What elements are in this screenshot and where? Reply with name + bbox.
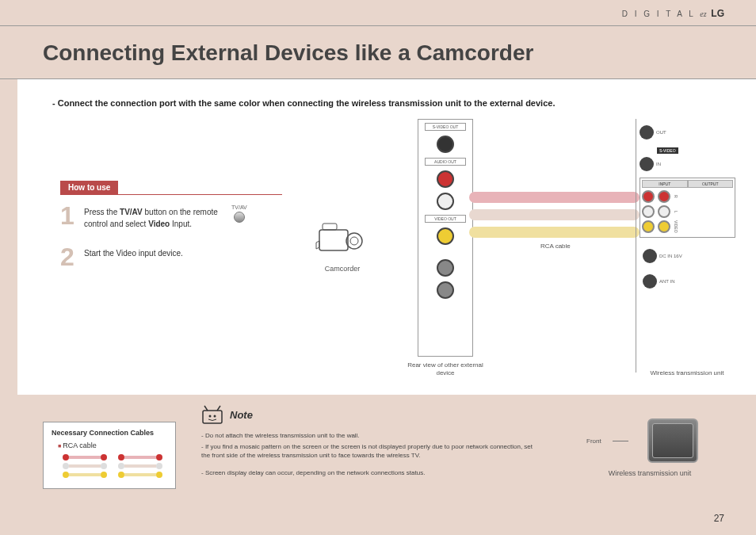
audio-l-port-icon xyxy=(437,193,454,210)
rear-panel-caption: Rear view of other external device xyxy=(398,361,493,378)
unit-panel-caption: Wireless transmission unit xyxy=(643,369,731,376)
tvav-button-graphic: TV/AV xyxy=(231,204,247,224)
note-line-1: - Do not attach the wireless transmissio… xyxy=(201,431,533,440)
svg-point-6 xyxy=(214,415,216,418)
camcorder-graphic: Camcorder xyxy=(311,219,374,273)
rca-cable-red xyxy=(469,192,640,203)
audio-r-port-icon xyxy=(437,170,454,188)
unit-front-caption: Wireless transmission unit xyxy=(586,469,713,477)
cables-item: RCA cable xyxy=(58,441,167,449)
rear-panel: S-VIDEO OUT AUDIO OUT VIDEO OUT xyxy=(418,119,473,357)
svideo-port-icon xyxy=(437,136,454,153)
svg-rect-0 xyxy=(319,230,348,250)
transmission-unit-panel: OUT S-VIDEO IN INPUTOUTPUT R L VIDEO DC … xyxy=(636,119,739,373)
rca-cable-white xyxy=(469,209,640,220)
note-section: Note - Do not attach the wireless transm… xyxy=(200,404,533,480)
video-port-icon xyxy=(437,227,454,245)
main-content: - Connect the connection port with the s… xyxy=(17,79,756,395)
camcorder-label: Camcorder xyxy=(311,265,374,273)
brand-lg: LG xyxy=(711,8,724,19)
page-number: 27 xyxy=(714,513,724,524)
step-1-number: 1 xyxy=(60,203,84,228)
footer-section: Necessary Connection Cables RCA cable No… xyxy=(0,395,756,535)
brand-digital: D I G I T A L xyxy=(622,10,696,18)
note-title: Note xyxy=(230,409,253,421)
rca-cable-yellow xyxy=(469,227,640,238)
dc-port-icon xyxy=(643,249,657,263)
extra-port-1-icon xyxy=(437,259,454,277)
svg-point-2 xyxy=(350,237,358,245)
brand-ez: ez xyxy=(700,10,706,18)
note-line-2: - If you find a mosaic pattern on the sc… xyxy=(201,442,533,460)
svideo-badge: S-VIDEO xyxy=(657,147,678,154)
necessary-cables-box: Necessary Connection Cables RCA cable xyxy=(43,422,176,489)
note-line-3: - Screen display delay can occur, depend… xyxy=(201,468,533,477)
cables-title: Necessary Connection Cables xyxy=(52,429,167,437)
camcorder-icon xyxy=(315,219,370,258)
step-2-number: 2 xyxy=(60,244,84,269)
sv-in-port-icon xyxy=(640,157,654,171)
unit-box-icon xyxy=(647,418,698,463)
step-2: 2 Start the Video input device. xyxy=(60,244,282,269)
svg-rect-4 xyxy=(203,411,222,423)
front-label: Front xyxy=(586,438,601,445)
step-1-text: Press the TV/AV button on the remote con… xyxy=(84,203,227,230)
rca-cable-label: RCA cable xyxy=(540,243,571,250)
tvav-button-icon xyxy=(234,212,245,223)
svg-point-5 xyxy=(209,415,212,418)
svg-point-1 xyxy=(346,233,362,249)
step-1: 1 Press the TV/AV button on the remote c… xyxy=(60,203,282,230)
brand-header: D I G I T A L ez LG xyxy=(622,8,724,19)
connection-diagram: Camcorder S-VIDEO OUT AUDIO OUT VIDEO OU… xyxy=(311,119,739,388)
unit-front-graphic: Front Wireless transmission unit xyxy=(586,418,713,477)
ant-port-icon xyxy=(643,274,657,289)
sv-out-port-icon xyxy=(640,125,654,139)
svg-rect-3 xyxy=(323,224,337,230)
howto-label: How to use xyxy=(60,181,118,194)
extra-port-2-icon xyxy=(437,281,454,299)
title-band: Connecting External Devices like a Camco… xyxy=(0,25,756,79)
instruction-text: - Connect the connection port with the s… xyxy=(52,98,732,108)
step-2-text: Start the Video input device. xyxy=(84,244,227,259)
note-tv-icon xyxy=(200,404,225,425)
page-title: Connecting External Devices like a Camco… xyxy=(0,26,756,66)
io-box: INPUTOUTPUT R L VIDEO xyxy=(640,178,735,238)
howto-section: How to use 1 Press the TV/AV button on t… xyxy=(60,179,282,284)
